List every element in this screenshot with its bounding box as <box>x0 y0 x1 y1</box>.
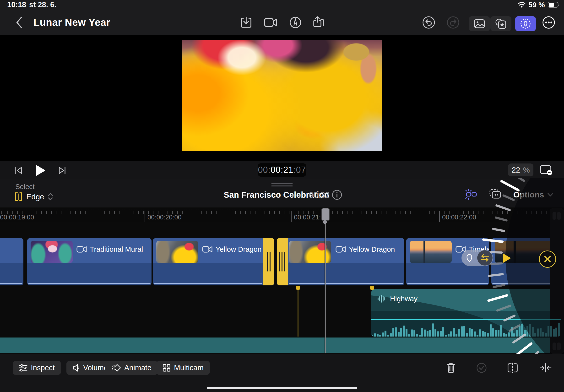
trim-handle-right[interactable] <box>263 238 274 285</box>
video-camera-icon <box>202 246 213 253</box>
chevron-up-down-icon <box>48 193 53 201</box>
more-button[interactable] <box>542 16 555 29</box>
viewer-options-icon <box>540 165 553 176</box>
trim-mode-selector[interactable]: Edge <box>14 192 53 201</box>
import-button[interactable] <box>239 16 253 29</box>
skip-back-icon <box>14 166 23 175</box>
pencil-icon <box>289 16 302 29</box>
timeline-ruler[interactable]: 00:00:19:00 00:00:20:00 00:00:21:00 00:0… <box>0 208 564 222</box>
audio-clip-highway[interactable]: Highway <box>371 289 561 336</box>
inspect-label: Inspect <box>31 364 55 372</box>
timecode-hours: 00: <box>258 165 271 175</box>
inspect-button[interactable]: Inspect <box>13 361 61 375</box>
redo-icon <box>446 16 460 29</box>
multicam-grid-icon <box>163 364 171 372</box>
battery-icon <box>548 2 560 8</box>
import-icon <box>240 16 252 29</box>
status-date: st 28. 6. <box>29 0 56 9</box>
ruler-label: 00:00:20:00 <box>148 214 182 221</box>
play-button[interactable] <box>33 164 47 177</box>
trim-mode-shield-option[interactable] <box>461 254 477 262</box>
multicam-label: Multicam <box>174 364 204 372</box>
trim-mode-roll-option[interactable] <box>477 250 493 266</box>
connected-clip-marker[interactable] <box>296 286 300 290</box>
ruler-label: 00:00:22:00 <box>442 214 476 221</box>
trim-mode-toggle[interactable] <box>461 250 493 266</box>
audio-waveform <box>371 320 561 336</box>
record-button[interactable] <box>264 16 277 29</box>
connect-clip-icon <box>465 188 478 200</box>
undo-icon <box>422 16 435 29</box>
jog-pointer-icon <box>503 254 511 263</box>
clip-partial-left[interactable] <box>0 238 23 285</box>
jog-wheel-toggle-button[interactable] <box>515 16 536 31</box>
insert-clip-button[interactable] <box>488 188 502 201</box>
timeline-toolbar: Select Edge San Francisco Celebration 00… <box>0 179 564 208</box>
back-button[interactable] <box>13 16 26 29</box>
ruler-label: 00:00:19:00 <box>0 214 34 221</box>
timeline-drag-handle[interactable] <box>271 183 293 187</box>
animate-label: Animate <box>124 364 151 372</box>
track-resize-icon <box>552 212 561 220</box>
trim-join-icon <box>540 363 551 373</box>
skip-back-button[interactable] <box>12 164 25 177</box>
approve-button[interactable] <box>476 362 488 374</box>
titles-browser-button[interactable] <box>490 16 511 31</box>
home-indicator[interactable] <box>207 387 357 389</box>
skip-forward-icon <box>57 166 67 175</box>
video-preview[interactable] <box>182 40 382 151</box>
split-clip-button[interactable] <box>507 362 519 374</box>
more-icon <box>542 16 555 29</box>
zoom-unit: % <box>523 166 530 174</box>
jog-wheel-close-button[interactable] <box>539 251 556 268</box>
project-info-button[interactable] <box>330 188 344 201</box>
select-label: Select <box>15 183 35 191</box>
close-icon <box>543 255 551 263</box>
animate-button[interactable]: Animate <box>105 361 158 375</box>
transport-bar: 00:00:21:07 22 % <box>0 161 564 179</box>
project-duration: 00:32 <box>309 190 330 200</box>
connected-clip-marker[interactable] <box>370 286 374 290</box>
zoom-level-button[interactable]: 22 % <box>508 164 533 176</box>
chevron-down-icon <box>547 193 553 197</box>
video-camera-icon <box>76 246 87 253</box>
playhead-handle[interactable] <box>321 208 330 221</box>
final-cut-pro-app: 10:18 st 28. 6. 59 % Lunar New Year <box>0 0 564 392</box>
redo-button[interactable] <box>446 16 460 29</box>
options-button[interactable]: Options <box>513 190 553 199</box>
multicam-button[interactable]: Multicam <box>156 361 210 375</box>
play-icon <box>35 165 45 176</box>
media-browser-button[interactable] <box>469 16 490 31</box>
undo-button[interactable] <box>422 16 435 29</box>
skip-forward-button[interactable] <box>55 164 69 177</box>
viewer-options-button[interactable] <box>540 164 553 177</box>
clip-yellow-dragon-1[interactable]: Yellow Dragon <box>153 238 274 285</box>
split-clip-icon <box>507 362 519 373</box>
timecode-display[interactable]: 00:00:21:07 <box>258 163 306 177</box>
audio-volume-line[interactable] <box>371 319 561 320</box>
clip-thumbnail <box>156 241 198 263</box>
wifi-icon <box>518 2 526 8</box>
audio-clip-name: Highway <box>390 295 417 303</box>
trim-join-button[interactable] <box>540 362 551 374</box>
video-camera-icon <box>336 246 346 253</box>
delete-button[interactable] <box>445 362 457 374</box>
playhead-line[interactable] <box>325 221 326 353</box>
connect-clip-button[interactable] <box>465 188 478 201</box>
trim-edge-icon <box>14 192 23 201</box>
jog-wheel-toggle-icon <box>520 18 531 29</box>
trim-mode-shield-icon <box>466 254 472 262</box>
info-icon <box>332 190 342 200</box>
bottom-toolbar: Inspect Volume Animate Multicam <box>0 354 564 392</box>
connected-clip-line <box>298 290 299 336</box>
inspect-sliders-icon <box>19 364 28 372</box>
timecode-frames: :07 <box>293 165 306 175</box>
clip-traditional-mural[interactable]: Traditional Mural <box>27 238 151 285</box>
clip-yellow-dragon-2[interactable]: Yellow Dragon <box>277 238 404 285</box>
pencil-tools-button[interactable] <box>289 16 302 29</box>
ruler-ticks <box>0 211 564 214</box>
share-button[interactable] <box>312 16 325 29</box>
battery-percent: 59 % <box>529 1 545 9</box>
trim-handle-left[interactable] <box>277 238 288 285</box>
audio-strip-music[interactable] <box>0 337 550 353</box>
